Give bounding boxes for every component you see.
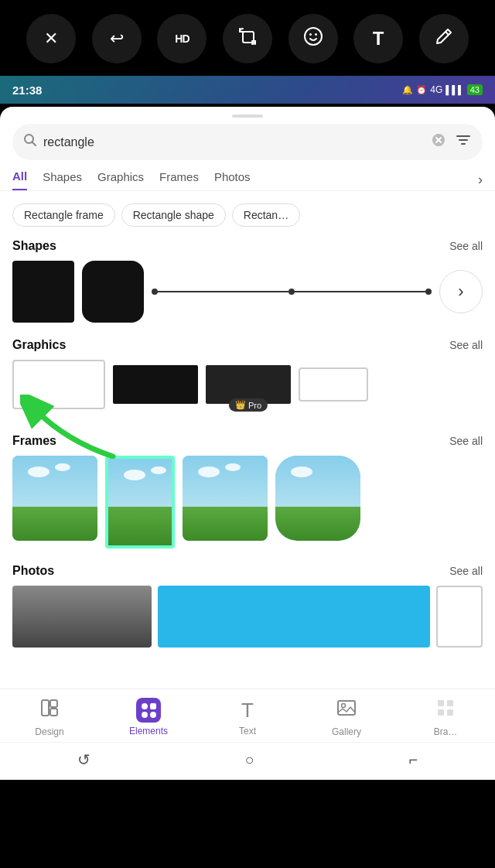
shape-rect-rounded[interactable]	[82, 261, 144, 323]
tab-all[interactable]: All	[12, 169, 27, 190]
close-button[interactable]: ✕	[26, 14, 76, 63]
pro-badge: 👑 Pro	[229, 398, 268, 412]
svg-rect-14	[42, 700, 49, 716]
edit-button[interactable]	[419, 14, 469, 63]
chip-rectangle-frame[interactable]: Rectangle frame	[12, 203, 115, 227]
crop-rotate-button[interactable]	[223, 14, 272, 63]
search-bar	[12, 124, 483, 160]
chip-rectangle-more[interactable]: Rectan…	[232, 203, 300, 227]
svg-point-2	[309, 33, 312, 36]
category-tabs: All Shapes Graphics Frames Photos ›	[0, 169, 495, 191]
graphics-section: Graphics See all 👑 Pro	[0, 332, 495, 428]
undo-icon: ↩	[110, 29, 124, 49]
graphic-rect-outline[interactable]	[12, 360, 105, 409]
text-nav-icon: T	[241, 699, 254, 723]
nav-brand[interactable]: Bra…	[422, 697, 469, 737]
frame-rect-2[interactable]	[183, 456, 268, 541]
hd-icon: HD	[175, 32, 189, 45]
main-panel: All Shapes Graphics Frames Photos › Rect…	[0, 107, 495, 780]
frame-portrait-1[interactable]	[105, 456, 175, 548]
battery-icon: 43	[467, 84, 483, 95]
edit-icon	[434, 26, 454, 51]
elements-dots-grid	[138, 699, 160, 722]
shapes-row: ›	[12, 261, 483, 329]
tab-shapes[interactable]: Shapes	[43, 170, 82, 190]
nav-text-label: Text	[239, 726, 256, 736]
photo-blue-solid[interactable]	[158, 586, 430, 648]
photos-section: Photos See all	[0, 558, 495, 657]
scrollable-content[interactable]: Shapes See all › Graphics See all	[0, 233, 495, 689]
status-time: 21:38	[12, 84, 42, 97]
frame-rect-1[interactable]	[12, 456, 97, 541]
tab-graphics[interactable]: Graphics	[97, 170, 144, 190]
volume-icon: 🔔	[402, 85, 413, 95]
shapes-section: Shapes See all ›	[0, 233, 495, 332]
frames-section-header: Frames See all	[12, 434, 483, 448]
graphics-see-all[interactable]: See all	[449, 339, 483, 351]
text-tool-button[interactable]: T	[353, 14, 403, 63]
shape-line-connector[interactable]	[152, 284, 432, 299]
chips-row: Rectangle frame Rectangle shape Rectan…	[0, 197, 495, 233]
filter-icon[interactable]	[455, 132, 472, 152]
photo-dark-landscape[interactable]	[12, 586, 152, 648]
status-bar: 21:38 🔔 ⏰ 4G ▌▌▌ 43	[0, 76, 495, 104]
bottom-nav: Design Elements T Text	[0, 689, 495, 742]
nav-design-label: Design	[35, 726, 63, 737]
photos-section-header: Photos See all	[12, 564, 483, 578]
nav-elements[interactable]: Elements	[125, 698, 172, 736]
search-icon	[23, 133, 37, 151]
tabs-more-arrow[interactable]: ›	[478, 172, 483, 188]
shapes-title: Shapes	[12, 239, 56, 253]
svg-point-1	[305, 28, 322, 45]
search-input[interactable]	[43, 135, 425, 149]
tab-photos[interactable]: Photos	[214, 170, 251, 190]
status-icons: 🔔 ⏰ 4G ▌▌▌ 43	[402, 84, 483, 95]
photos-title: Photos	[12, 564, 54, 578]
svg-rect-16	[50, 709, 57, 716]
search-clear-button[interactable]	[432, 133, 446, 151]
chip-rectangle-shape[interactable]: Rectangle shape	[121, 203, 226, 227]
system-nav-bar: ↺ ○ ⌐	[0, 742, 495, 780]
graphic-rect-white-outline[interactable]	[299, 367, 368, 402]
shapes-see-all[interactable]: See all	[449, 240, 483, 252]
frame-rounded-1[interactable]	[275, 456, 360, 541]
drag-handle[interactable]	[232, 114, 263, 118]
graphics-section-header: Graphics See all	[12, 338, 483, 352]
tab-frames[interactable]: Frames	[159, 170, 199, 190]
gallery-icon	[336, 697, 357, 723]
frames-title: Frames	[12, 434, 56, 448]
elements-icon	[136, 698, 161, 723]
photos-see-all[interactable]: See all	[449, 565, 483, 577]
emoji-button[interactable]	[288, 14, 338, 63]
undo-button[interactable]: ↩	[92, 14, 142, 63]
shapes-next-button[interactable]: ›	[439, 270, 483, 313]
crop-rotate-icon	[237, 26, 258, 51]
svg-rect-19	[438, 700, 444, 706]
nav-brand-label: Bra…	[434, 726, 458, 737]
nav-gallery[interactable]: Gallery	[323, 697, 370, 737]
graphics-title: Graphics	[12, 338, 66, 352]
svg-point-18	[342, 704, 346, 708]
shape-rect-solid[interactable]	[12, 261, 74, 323]
svg-rect-21	[438, 709, 444, 716]
system-recent-button[interactable]: ⌐	[408, 751, 418, 769]
graphic-rect-dark-wrap: 👑 Pro	[206, 365, 291, 404]
svg-rect-15	[50, 700, 57, 707]
svg-rect-22	[447, 709, 453, 716]
signal-icon: ▌▌▌	[446, 85, 463, 94]
text-icon: T	[373, 28, 384, 50]
nav-design[interactable]: Design	[26, 697, 73, 737]
system-home-button[interactable]: ○	[245, 751, 254, 769]
hd-button[interactable]: HD	[157, 14, 207, 63]
alarm-icon: ⏰	[416, 85, 427, 95]
graphic-rect-black[interactable]	[113, 365, 198, 404]
system-back-button[interactable]: ↺	[77, 750, 90, 769]
frames-see-all[interactable]: See all	[449, 435, 483, 447]
svg-line-4	[446, 32, 449, 35]
frames-section: Frames See all	[0, 428, 495, 558]
nav-text[interactable]: T Text	[224, 699, 271, 736]
photo-border-frame[interactable]	[436, 586, 483, 648]
svg-rect-17	[338, 701, 355, 715]
design-icon	[39, 697, 60, 723]
photos-row	[12, 586, 483, 654]
